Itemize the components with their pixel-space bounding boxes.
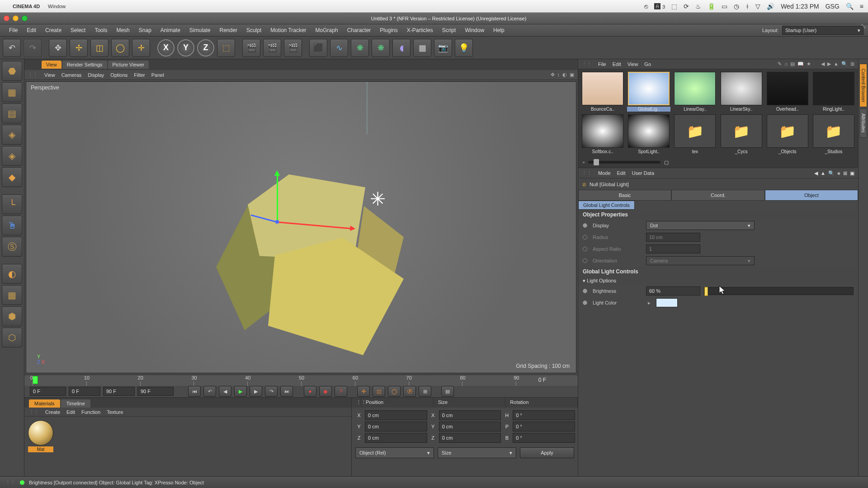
br-menu-file[interactable]: File [598,61,606,67]
layout-dropdown[interactable]: Startup (User)▾ [782,26,863,35]
goto-end[interactable]: ⏭ [280,386,293,397]
light-null-icon[interactable]: ✳ [370,188,386,210]
menu-plugins[interactable]: Plugins [375,27,402,33]
tab-timeline[interactable]: Timeline [61,399,90,408]
notification-center-icon[interactable]: ≡ [860,3,863,10]
mac-menu-window[interactable]: Window [48,4,66,9]
prev-key[interactable]: ↶ [203,386,216,397]
size-z[interactable]: 0 cm [439,433,501,443]
tab-render-settings[interactable]: Render Settings [62,61,107,69]
pla-key[interactable]: ⊞ [419,386,431,397]
menubar-battery-icon[interactable]: 🔋 [708,3,715,10]
attr-tab-coord[interactable]: Coord. [671,190,764,201]
size-x[interactable]: 0 cm [439,410,501,420]
vp-menu-view[interactable]: View [44,72,55,78]
vp-menu-options[interactable]: Options [110,72,127,78]
mac-app-name[interactable]: CINEMA 4D [13,4,40,9]
place-tool[interactable]: ✛ [132,39,150,57]
anim-mode[interactable]: ▤ [441,386,454,397]
edge-mode[interactable]: ◈ [2,146,22,166]
menu-create[interactable]: Create [41,27,66,33]
current-frame[interactable]: 0 F [30,387,66,396]
menubar-bluetooth-icon[interactable]: ᚼ [745,3,749,10]
display-anim-dot[interactable] [583,223,587,228]
coords-tool[interactable]: ⬚ [217,39,235,57]
texture-mode[interactable]: ▦ [2,82,22,102]
resize-icon[interactable]: ⤡ [860,22,866,30]
browser-item[interactable]: RingLight.. [812,72,855,112]
range-start[interactable]: 0 F [69,387,100,396]
vp-menu-display[interactable]: Display [88,72,104,78]
browser-item[interactable]: GlobalLig.. [627,72,670,112]
axis-z[interactable]: Z [197,39,214,56]
attr-new-icon[interactable]: ▣ [850,170,854,176]
pos-x[interactable]: 0 cm [365,410,427,420]
browser-item[interactable]: LinearSky.. [719,72,763,112]
zoom-button[interactable] [22,15,28,21]
menubar-sync-icon[interactable]: ⟳ [684,3,689,10]
menu-mograph[interactable]: MoGraph [311,27,343,33]
vp-nav-icon[interactable]: ✥ [551,72,555,78]
axis-tool[interactable]: └ [2,194,22,214]
br-menu-edit[interactable]: Edit [613,61,621,67]
coord-mode-select[interactable]: Object (Rel) [355,447,434,458]
move-tool[interactable]: ✢ [70,39,88,57]
menu-tools[interactable]: Tools [90,27,112,33]
attr-menu-edit[interactable]: Edit [617,170,626,176]
attr-back-icon[interactable]: ◀ [814,170,818,176]
menu-simulate[interactable]: Simulate [185,27,215,33]
end-frame[interactable]: 90 F [137,387,174,396]
br-fwd-icon[interactable]: ▶ [827,61,831,67]
br-home-icon[interactable]: ⌂ [784,61,788,67]
pos-key[interactable]: ✢ [357,386,370,397]
orient-select[interactable]: Camera [646,256,755,265]
viewport-solo[interactable]: 🖱 [2,216,22,235]
scale-key[interactable]: ◫ [373,386,385,397]
prev-frame[interactable]: ◀ [219,386,231,397]
mat-menu-create[interactable]: Create [45,409,60,415]
deformer-tool[interactable]: ❋ [372,39,390,57]
menu-select[interactable]: Select [66,27,90,33]
menu-snap[interactable]: Snap [134,27,156,33]
browser-item[interactable]: BounceCa.. [581,72,624,112]
radius-field[interactable]: 10 cm [646,233,700,242]
attr-menu-userdata[interactable]: User Data [632,170,655,176]
extra-tool[interactable]: ⬡ [2,328,22,347]
menubar-display-icon[interactable]: ▭ [722,3,727,10]
lock-tool[interactable]: ⬢ [2,306,22,326]
menu-edit[interactable]: Edit [22,27,41,33]
browser-item[interactable]: Softbox.c.. [581,114,624,154]
menubar-dropbox-icon[interactable]: ⬚ [671,3,677,10]
rot-b[interactable]: 0 ° [513,433,575,443]
model-mode[interactable]: ⬣ [2,61,22,81]
tab-view[interactable]: View [42,61,61,69]
browser-item[interactable]: SpotLight.. [627,114,670,154]
menu-render[interactable]: Render [215,27,242,33]
attr-menu-mode[interactable]: Mode [598,170,611,176]
browser-item[interactable]: 📁tex [673,114,717,154]
brightness-slider[interactable] [704,287,854,295]
br-search-icon[interactable]: 🔍 [841,61,848,67]
light-tool[interactable]: 💡 [455,39,473,57]
menu-motiontracker[interactable]: Motion Tracker [266,27,311,33]
browser-item[interactable]: 📁_Cycs [719,114,763,154]
polygon-mode[interactable]: ◆ [2,167,22,187]
mat-menu-texture[interactable]: Texture [107,409,123,415]
menubar-clock[interactable]: Wed 1:23 PM [781,3,819,10]
rot-key[interactable]: ◯ [388,386,401,397]
attr-lock-icon[interactable]: ⎈ [837,170,840,176]
vtab-content-browser[interactable]: Content Browser [859,64,867,107]
vp-rotate-icon[interactable]: ◐ [562,72,567,78]
menubar-timemachine-icon[interactable]: ◷ [734,3,739,10]
light-color-swatch[interactable] [656,298,678,307]
environment-tool[interactable]: ◖ [392,39,410,57]
browser-item[interactable]: 📁_Objects [766,114,809,154]
mat-menu-function[interactable]: Function [81,409,100,415]
camera-tool[interactable]: ▦ [413,39,431,57]
param-key[interactable]: Ⓟ [403,386,416,397]
rot-p[interactable]: 0 ° [513,422,575,432]
menubar-volume-icon[interactable]: 🔊 [767,3,774,10]
attr-up-icon[interactable]: ▲ [821,170,826,176]
vp-max-icon[interactable]: ▣ [570,72,574,78]
attr-tab-basic[interactable]: Basic [578,190,671,201]
